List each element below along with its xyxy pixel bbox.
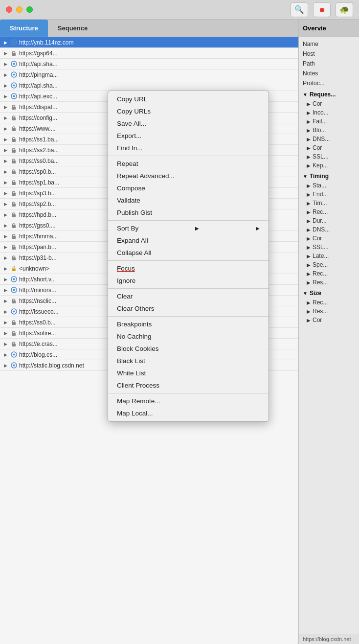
list-item[interactable]: ▶http://api.sha...	[0, 80, 298, 91]
overview-sub-item[interactable]: ▶Sta...	[299, 181, 359, 190]
menu-item-focus[interactable]: Focus	[108, 262, 269, 275]
menu-item-map-remote---[interactable]: Map Remote...	[108, 395, 269, 407]
menu-item-sort-by[interactable]: Sort By▶	[108, 222, 269, 234]
expand-arrow-icon: ▶	[4, 137, 7, 142]
throttle-button[interactable]: 🐢	[336, 2, 353, 17]
record-button[interactable]: ⏺	[313, 2, 331, 17]
sub-arrow-icon: ▶	[307, 245, 311, 250]
overview-sub-item[interactable]: ▶DNS...	[299, 225, 359, 234]
overview-sub-item[interactable]: ▶Fail...	[299, 117, 359, 126]
menu-item-no-caching[interactable]: No Caching	[108, 330, 269, 343]
overview-section[interactable]: ▼Reques...	[299, 88, 359, 99]
overview-sub-item[interactable]: ▶End...	[299, 190, 359, 199]
overview-sub-item[interactable]: ▶Cor	[299, 234, 359, 243]
https-icon	[10, 136, 17, 143]
menu-separator	[108, 316, 269, 317]
menu-item-block-cookies[interactable]: Block Cookies	[108, 343, 269, 355]
minimize-button[interactable]	[16, 6, 22, 13]
menu-item-repeat-advanced---[interactable]: Repeat Advanced...	[108, 170, 269, 182]
https-icon	[10, 319, 17, 326]
overview-sub-item[interactable]: ▶Late...	[299, 252, 359, 260]
menu-item-repeat[interactable]: Repeat	[108, 158, 269, 170]
menu-item-export---[interactable]: Export...	[108, 130, 269, 142]
expand-arrow-icon: ▶	[4, 62, 7, 67]
url-text: <unknown>	[19, 265, 49, 272]
menu-item-find-in---[interactable]: Find In...	[108, 142, 269, 154]
overview-sub-item[interactable]: ▶Cor	[299, 99, 359, 108]
status-bar: https://blog.csdn.net	[299, 634, 359, 644]
overview-sub-item[interactable]: ▶Spe...	[299, 260, 359, 269]
menu-item-ignore[interactable]: Ignore	[108, 275, 269, 287]
menu-item-save-all---[interactable]: Save All...	[108, 117, 269, 130]
overview-sub-item[interactable]: ▶SSL...	[299, 243, 359, 252]
url-text: https://www....	[19, 125, 56, 132]
pointer-tool-button[interactable]: 🔍	[291, 2, 308, 17]
overview-sub-item[interactable]: ▶Inco...	[299, 108, 359, 117]
expand-arrow-icon: ▶	[4, 51, 7, 56]
overview-sub-item[interactable]: ▶Cor	[299, 316, 359, 324]
overview-sub-item[interactable]: ▶Res...	[299, 278, 359, 287]
sub-arrow-icon: ▶	[307, 201, 311, 206]
overview-section[interactable]: ▼Size	[299, 287, 359, 298]
svg-point-45	[13, 289, 15, 291]
svg-rect-35	[13, 224, 15, 226]
expand-arrow-icon: ▶	[4, 83, 7, 88]
svg-rect-19	[13, 138, 15, 139]
expand-arrow-icon: ▶	[4, 40, 7, 45]
menu-item-compose[interactable]: Compose	[108, 182, 269, 194]
expand-arrow-icon: ▶	[4, 169, 7, 174]
overview-sub-item[interactable]: ▶Rec...	[299, 207, 359, 216]
overview-sub-item[interactable]: ▶Blo...	[299, 126, 359, 135]
section-arrow-icon: ▼	[303, 174, 308, 179]
menu-item-publish-gist[interactable]: Publish Gist	[108, 207, 269, 219]
overview-section[interactable]: ▼Timing	[299, 170, 359, 181]
pointer-icon: 🔍	[294, 5, 304, 14]
close-button[interactable]	[6, 6, 12, 13]
svg-rect-41	[13, 256, 15, 258]
menu-item-clear-others[interactable]: Clear Others	[108, 302, 269, 315]
list-item[interactable]: ▶http://pingma...	[0, 69, 298, 80]
https-icon	[10, 244, 17, 251]
menu-item-validate[interactable]: Validate	[108, 194, 269, 207]
menu-item-breakpoints[interactable]: Breakpoints	[108, 318, 269, 330]
menu-item-copy-urls[interactable]: Copy URLs	[108, 105, 269, 117]
url-text: https://sp3.b...	[19, 190, 56, 197]
url-text: https://gss0....	[19, 222, 56, 229]
menu-item-black-list[interactable]: Black List	[108, 355, 269, 367]
overview-sub-item[interactable]: ▶Rec...	[299, 269, 359, 278]
overview-sub-item[interactable]: ▶Tim...	[299, 199, 359, 207]
overview-sub-item[interactable]: ▶SSL...	[299, 152, 359, 161]
tab-structure[interactable]: Structure	[0, 20, 48, 37]
overview-sub-item[interactable]: ▶Cor	[299, 143, 359, 152]
overview-sub-item[interactable]: ▶DNS...	[299, 135, 359, 143]
overview-sub-item[interactable]: ▶Kep...	[299, 161, 359, 170]
overview-sub-item[interactable]: ▶Res...	[299, 307, 359, 316]
sub-arrow-icon: ▶	[307, 318, 311, 323]
svg-rect-55	[13, 342, 15, 344]
list-item[interactable]: ▶http://ynb.114nz.com	[0, 37, 298, 48]
http-icon	[10, 351, 17, 358]
menu-item-client-process[interactable]: Client Process	[108, 379, 269, 391]
menu-separator	[108, 260, 269, 261]
url-text: https://sp2.b...	[19, 201, 56, 207]
sub-arrow-icon: ▶	[307, 262, 311, 268]
menu-item-map-local---[interactable]: Map Local...	[108, 407, 269, 419]
menu-item-copy-url[interactable]: Copy URL	[108, 93, 269, 105]
menu-item-white-list[interactable]: White List	[108, 367, 269, 379]
menu-item-collapse-all[interactable]: Collapse All	[108, 247, 269, 259]
menu-item-expand-all[interactable]: Expand All	[108, 234, 269, 247]
https-icon	[10, 104, 17, 111]
menu-item-clear[interactable]: Clear	[108, 290, 269, 302]
overview-sub-item[interactable]: ▶Rec...	[299, 298, 359, 307]
overview-sub-item[interactable]: ▶Dur...	[299, 216, 359, 225]
expand-arrow-icon: ▶	[4, 234, 7, 239]
svg-rect-13	[13, 105, 15, 107]
https-icon	[10, 158, 17, 164]
https-icon	[10, 233, 17, 240]
tab-sequence[interactable]: Sequence	[48, 20, 97, 37]
list-item[interactable]: ▶http://api.sha...	[0, 59, 298, 69]
maximize-button[interactable]	[26, 6, 33, 13]
left-panel: Structure Sequence ▶http://ynb.114nz.com…	[0, 20, 298, 644]
list-item[interactable]: ▶https://gsp64...	[0, 48, 298, 59]
expand-arrow-icon: ▶	[4, 159, 7, 163]
